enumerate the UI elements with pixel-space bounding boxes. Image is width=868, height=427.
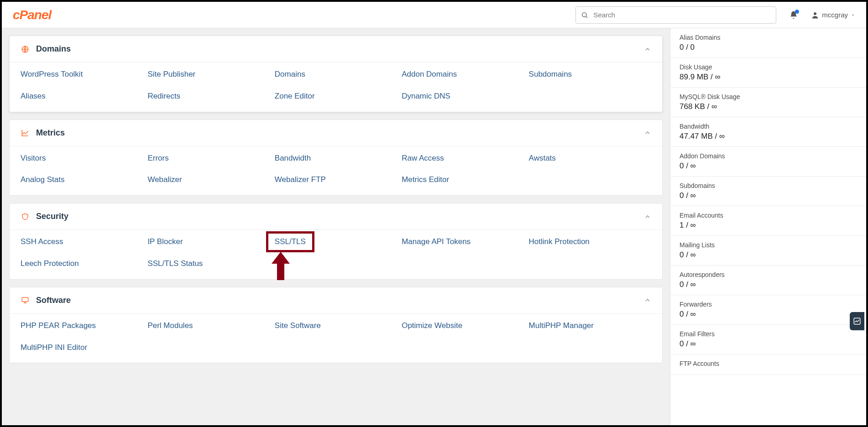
link-dynamic-dns[interactable]: Dynamic DNS — [402, 91, 524, 102]
link-zone-editor[interactable]: Zone Editor — [275, 91, 397, 102]
link-optimize-website[interactable]: Optimize Website — [402, 320, 524, 331]
stat-label: Addon Domains — [680, 152, 857, 160]
content-area: Domains WordPress Toolkit Site Publisher… — [2, 28, 670, 425]
software-items: PHP PEAR Packages Perl Modules Site Soft… — [21, 320, 651, 353]
panel-software-header[interactable]: Software — [10, 287, 662, 313]
metrics-items: Visitors Errors Bandwidth Raw Access Aws… — [21, 153, 651, 186]
stat-value: 0 / ∞ — [680, 191, 857, 200]
caret-down-icon — [851, 13, 855, 17]
stat-label: Email Accounts — [680, 212, 857, 219]
panel-metrics-header[interactable]: Metrics — [10, 120, 662, 146]
link-redirects[interactable]: Redirects — [147, 91, 270, 102]
stat-value: 768 KB / ∞ — [680, 102, 857, 111]
stat-label: Autoresponders — [680, 271, 857, 278]
link-subdomains[interactable]: Subdomains — [529, 69, 651, 80]
link-php-pear[interactable]: PHP PEAR Packages — [21, 320, 143, 331]
svg-rect-4 — [22, 297, 28, 302]
stat-value: 47.47 MB / ∞ — [680, 132, 857, 141]
panel-security-header[interactable]: Security — [10, 203, 662, 229]
link-ssl-tls[interactable]: SSL/TLS — [266, 231, 314, 252]
panel-title: Domains — [36, 44, 71, 54]
logo: cPanel — [13, 8, 51, 22]
panel-title: Software — [36, 296, 71, 305]
notification-dot — [795, 10, 799, 14]
chevron-up-icon — [644, 297, 651, 304]
chart-icon — [21, 129, 30, 137]
stat-label: Subdomains — [680, 182, 857, 189]
stat-forwarders: Forwarders 0 / ∞ — [670, 295, 866, 325]
search-icon — [581, 11, 588, 19]
link-addon-domains[interactable]: Addon Domains — [402, 69, 524, 80]
software-icon — [21, 296, 30, 304]
header-right: mccgray — [575, 6, 855, 24]
stat-label: Forwarders — [680, 301, 857, 308]
link-visitors[interactable]: Visitors — [21, 153, 143, 164]
link-analog-stats[interactable]: Analog Stats — [21, 174, 143, 185]
link-hotlink-protection[interactable]: Hotlink Protection — [529, 236, 651, 247]
link-leech-protection[interactable]: Leech Protection — [21, 258, 143, 269]
panel-domains-header[interactable]: Domains — [10, 36, 662, 62]
link-manage-api-tokens[interactable]: Manage API Tokens — [402, 236, 524, 247]
link-metrics-editor[interactable]: Metrics Editor — [402, 174, 524, 185]
chevron-up-icon — [644, 46, 651, 53]
stat-email-filters: Email Filters 0 / ∞ — [670, 325, 866, 354]
main: Domains WordPress Toolkit Site Publisher… — [2, 28, 866, 425]
panel-metrics-body: Visitors Errors Bandwidth Raw Access Aws… — [10, 146, 662, 196]
link-site-publisher[interactable]: Site Publisher — [147, 69, 270, 80]
user-menu[interactable]: mccgray — [811, 11, 855, 19]
link-site-software[interactable]: Site Software — [275, 320, 397, 331]
security-items: SSH Access IP Blocker SSL/TLS Manage API… — [21, 236, 651, 269]
panel-domains-body: WordPress Toolkit Site Publisher Domains… — [10, 62, 662, 112]
link-awstats[interactable]: Awstats — [529, 153, 651, 164]
stat-value: 0 / ∞ — [680, 310, 857, 319]
panel-title: Metrics — [36, 128, 65, 138]
stat-value: 0 / ∞ — [680, 161, 857, 171]
stat-value: 0 / 0 — [680, 43, 857, 52]
stat-email-accounts: Email Accounts 1 / ∞ — [670, 206, 866, 236]
link-errors[interactable]: Errors — [147, 153, 270, 164]
stat-label: MySQL® Disk Usage — [680, 93, 857, 100]
stat-label: Alias Domains — [680, 34, 857, 41]
link-webalizer-ftp[interactable]: Webalizer FTP — [275, 174, 397, 185]
stat-label: Email Filters — [680, 330, 857, 338]
search-wrap — [575, 6, 776, 24]
stat-mysql-disk-usage: MySQL® Disk Usage 768 KB / ∞ — [670, 88, 866, 117]
link-wordpress-toolkit[interactable]: WordPress Toolkit — [21, 69, 143, 80]
logo-text: cPanel — [13, 8, 51, 22]
link-multiphp-manager[interactable]: MultiPHP Manager — [529, 320, 651, 331]
panel-metrics: Metrics Visitors Errors Bandwidth Raw Ac… — [9, 120, 663, 196]
panel-software-body: PHP PEAR Packages Perl Modules Site Soft… — [10, 313, 662, 363]
user-icon — [811, 11, 819, 19]
link-ssl-tls-status[interactable]: SSL/TLS Status — [147, 258, 270, 269]
chevron-up-icon — [644, 129, 651, 136]
link-ssh-access[interactable]: SSH Access — [21, 236, 143, 247]
panel-title: Security — [36, 212, 68, 221]
link-raw-access[interactable]: Raw Access — [402, 153, 524, 164]
panel-security: Security SSH Access IP Blocker SSL/TLS M… — [9, 203, 663, 280]
app-header: cPanel mccgray — [2, 2, 866, 28]
link-perl-modules[interactable]: Perl Modules — [147, 320, 270, 331]
stat-label: FTP Accounts — [680, 360, 857, 367]
stat-label: Disk Usage — [680, 63, 857, 71]
stat-addon-domains: Addon Domains 0 / ∞ — [670, 147, 866, 177]
link-aliases[interactable]: Aliases — [21, 91, 143, 102]
shield-icon — [21, 213, 30, 221]
stat-value: 1 / ∞ — [680, 221, 857, 230]
stat-disk-usage: Disk Usage 89.9 MB / ∞ — [670, 58, 866, 88]
link-multiphp-ini[interactable]: MultiPHP INI Editor — [21, 342, 143, 353]
svg-line-1 — [586, 16, 587, 18]
notifications-button[interactable] — [789, 10, 798, 20]
stats-toggle-button[interactable] — [850, 312, 864, 330]
domains-items: WordPress Toolkit Site Publisher Domains… — [21, 69, 651, 102]
stat-value: 0 / ∞ — [680, 280, 857, 289]
stat-alias-domains: Alias Domains 0 / 0 — [670, 28, 866, 58]
link-webalizer[interactable]: Webalizer — [147, 174, 270, 185]
stat-value: 0 / ∞ — [680, 250, 857, 260]
link-ip-blocker[interactable]: IP Blocker — [147, 236, 270, 247]
svg-point-2 — [814, 12, 816, 15]
link-domains[interactable]: Domains — [275, 69, 397, 80]
link-bandwidth[interactable]: Bandwidth — [275, 153, 397, 164]
stat-autoresponders: Autoresponders 0 / ∞ — [670, 266, 866, 295]
search-input[interactable] — [575, 6, 776, 24]
stat-bandwidth: Bandwidth 47.47 MB / ∞ — [670, 117, 866, 147]
